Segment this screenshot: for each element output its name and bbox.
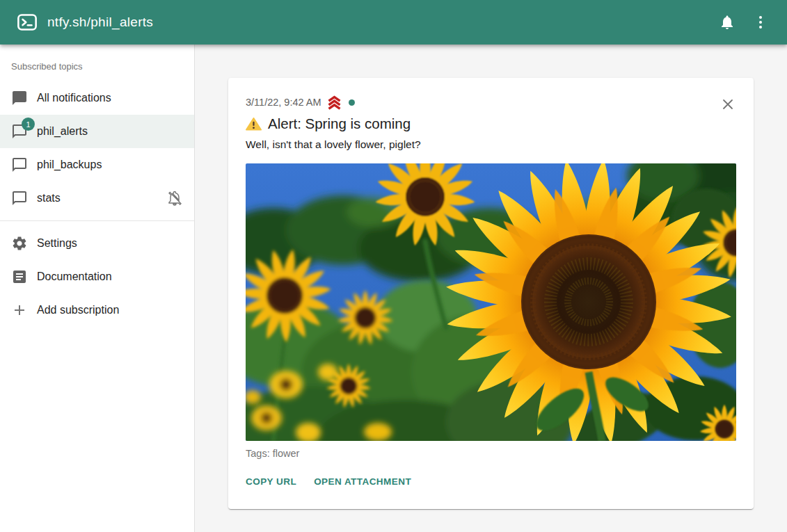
sidebar-item-phil-alerts[interactable]: 1 phil_alerts <box>0 115 194 148</box>
kebab-menu-icon[interactable] <box>744 6 777 39</box>
notification-title: Alert: Spring is coming <box>268 114 411 134</box>
sidebar-item-label: Add subscription <box>37 304 119 316</box>
chat-outline-icon <box>11 190 28 207</box>
copy-url-button[interactable]: COPY URL <box>240 471 302 492</box>
terminal-logo-icon <box>17 12 38 33</box>
priority-high-chevrons-icon <box>326 95 342 110</box>
sidebar-item-label: stats <box>37 192 61 204</box>
chat-outline-icon: 1 <box>11 123 28 140</box>
notification-card: 3/11/22, 9:42 AM <box>228 78 754 509</box>
notification-actions: COPY URL OPEN ATTACHMENT <box>240 471 736 492</box>
sidebar-item-label: phil_alerts <box>37 125 88 138</box>
sidebar-divider <box>0 220 194 221</box>
app-shell: Subscribed topics All notifications 1 ph… <box>0 45 787 532</box>
notification-timestamp: 3/11/22, 9:42 AM <box>246 97 321 108</box>
notification-title-row: Alert: Spring is coming <box>246 114 736 134</box>
sidebar-item-label: Settings <box>37 237 77 250</box>
chat-filled-icon <box>11 90 28 106</box>
open-attachment-button[interactable]: OPEN ATTACHMENT <box>308 471 417 492</box>
gear-icon <box>11 235 28 252</box>
sidebar-item-add-subscription[interactable]: Add subscription <box>0 293 194 327</box>
attachment-image[interactable] <box>246 163 736 441</box>
main-content: 3/11/22, 9:42 AM <box>195 45 787 532</box>
notification-meta: 3/11/22, 9:42 AM <box>246 95 736 109</box>
ntfy-app: ntfy.sh/phil_alerts Subscribed topics <box>0 0 787 532</box>
chat-outline-icon <box>11 156 28 173</box>
sidebar-item-stats[interactable]: stats <box>0 182 194 215</box>
app-bar: ntfy.sh/phil_alerts <box>0 0 787 45</box>
warning-emoji-icon <box>246 117 262 131</box>
plus-icon <box>11 302 28 319</box>
appbar-actions <box>710 6 777 39</box>
sidebar-item-label: phil_backups <box>37 159 102 171</box>
sidebar-item-label: All notifications <box>37 92 111 104</box>
page-title: ntfy.sh/phil_alerts <box>47 15 153 30</box>
close-icon[interactable] <box>718 95 738 114</box>
bell-icon[interactable] <box>710 6 744 39</box>
sidebar: Subscribed topics All notifications 1 ph… <box>0 45 195 532</box>
unread-count-badge: 1 <box>22 118 35 131</box>
unread-dot <box>349 99 355 106</box>
sidebar-item-label: Documentation <box>37 271 112 283</box>
notification-body: Well, isn't that a lovely flower, piglet… <box>246 137 736 152</box>
sidebar-item-settings[interactable]: Settings <box>0 227 194 260</box>
sidebar-item-documentation[interactable]: Documentation <box>0 260 194 293</box>
sidebar-item-phil-backups[interactable]: phil_backups <box>0 148 194 182</box>
article-icon <box>11 268 28 285</box>
subscribed-topics-label: Subscribed topics <box>0 57 194 81</box>
notifications-off-icon <box>166 190 183 207</box>
sidebar-item-all-notifications[interactable]: All notifications <box>0 81 194 115</box>
notification-tags: Tags: flower <box>246 448 736 459</box>
